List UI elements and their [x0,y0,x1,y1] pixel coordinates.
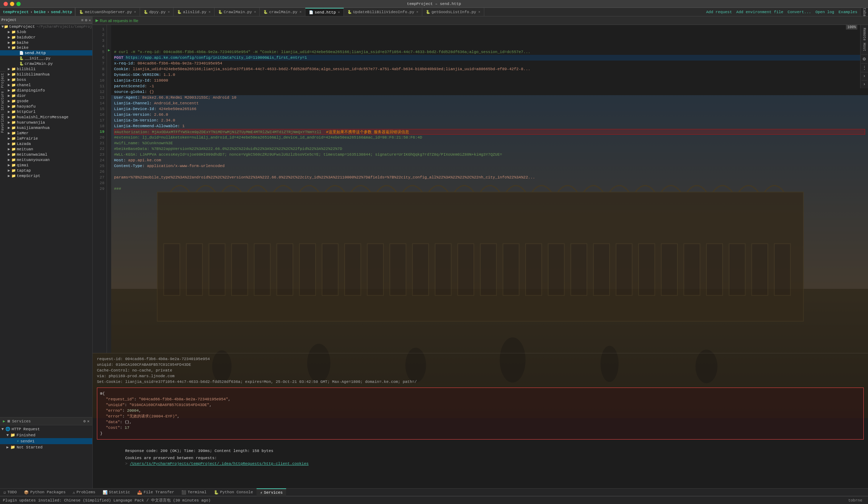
close-icon[interactable]: ✕ [478,10,480,14]
file-transfer-tab[interactable]: 📤 File Transfer [134,488,178,496]
statistic-tab[interactable]: 📊 Statistic [99,488,134,496]
tree-item-tempproject[interactable]: ▼ 📁 tempProject ~/PycharmProjects/tempPr… [0,24,92,29]
tree-item-meituanyouxuan[interactable]: ▶ 📁 meituanyouxuan [0,157,92,162]
right-chevron2-icon[interactable]: › [862,80,867,88]
tab-sendhttp[interactable]: 📄 send.http ✕ [305,8,344,16]
code-line-22: #beikeBaseData: %7B%22appVersion%22%3A%2… [114,146,865,152]
problems-tab[interactable]: ⚠ Problems [69,488,99,496]
tree-item-crawlmain[interactable]: ▶ 🐍 crawlMain.py [0,61,92,66]
minimize-button[interactable] [10,2,14,6]
add-environment-link[interactable]: Add environment file [736,10,783,14]
services-item-httprequest[interactable]: ▼ 🌐 HTTP Request [0,426,92,432]
tree-item-lazada[interactable]: ▶ 📁 Lazada [0,141,92,146]
add-request-link[interactable]: Add request [706,10,732,14]
tab-getgoodslistinfo[interactable]: 🐍 getGoodsListInfo.py ✕ [422,8,484,16]
line-num: 22 [93,146,104,152]
convert-link[interactable]: Convert... [787,10,811,14]
close-icon[interactable]: ✕ [338,10,340,14]
response-header-cache: Cache-Control: no-cache, private [97,368,864,373]
tree-item-kuaijianmanhua[interactable]: ▶ 📁 kuaijianmanhua [0,125,92,130]
services-item-notstarted[interactable]: ▶ 📁 Not Started [0,444,92,450]
tab-updatebilibili[interactable]: 🐍 UpdateBiliBiliVideoInfo.py ✕ [344,8,422,16]
tree-item-boss[interactable]: ▶ 📁 boss [0,77,92,82]
tree-item-lamer[interactable]: ▶ 📁 laMer [0,130,92,136]
tree-item-taptap[interactable]: ▶ 📁 taptap [0,168,92,173]
right-more-icon[interactable]: ⋮ [861,64,868,72]
terminal-tab[interactable]: ⬛ Terminal [178,488,210,496]
open-log-link[interactable]: Open log [815,10,834,14]
window-controls[interactable] [4,2,21,6]
tree-item-huarunwanjia[interactable]: ▶ 📁 huarunwanjia [0,120,92,125]
tree-item-baihe[interactable]: ▶ 📁 baihe [0,40,92,45]
json-cost: "cost": 17 [100,425,861,431]
python-packages-tab[interactable]: 📦 Python Packages [20,488,69,496]
tree-item-beike[interactable]: ▼ 📁 beike [0,45,92,50]
close-icon[interactable]: ✕ [168,10,170,14]
sidebar-collapse-icon[interactable]: ≡ [81,18,84,22]
services-stop-icon[interactable]: ⏹ [7,419,11,424]
tree-item-meituan[interactable]: ▶ 📁 meituan [0,146,92,152]
tree-label: haoyaofu [17,104,36,109]
services-run-icon[interactable]: ▶ [3,419,5,424]
code-line-14: Lianjia-Channel: Android_ke_tencentt [114,100,865,106]
breadcrumb-project[interactable]: tempProject › beike › send.http [0,8,75,16]
close-icon[interactable]: ✕ [300,10,301,14]
tree-label: taptap [17,168,31,173]
tree-item-hualaishl[interactable]: ▶ 📁 hualaishl_MicroMessage [0,114,92,120]
database-tab[interactable]: Database [860,8,868,16]
close-button[interactable] [4,2,8,6]
tab-alislid[interactable]: 🐍 alislid.py ✕ [174,8,214,16]
tree-item-bilibili[interactable]: ▶ 📁 bilibili [0,66,92,72]
tree-item-bilibilimanhua[interactable]: ▶ 📁 bilibilimanhua [0,72,92,77]
expand-arrow: ▶ [6,88,11,93]
tree-item-gsode[interactable]: ▶ 📁 gsode [0,98,92,104]
services-close-icon[interactable]: ✕ [87,419,89,424]
tree-item-sendhttp[interactable]: ▶ 📄 send.http [0,50,92,56]
sidebar-settings-icon[interactable]: ⚙ [85,18,87,22]
tree-item-tempscript[interactable]: ▶ 📁 tempScript [0,173,92,178]
response-panel: request-id: 004cad66-f3b6-4b0a-9e2a-7234… [93,353,868,488]
todo-tab[interactable]: ☑ TODO [0,488,20,496]
folder-icon: 📁 [11,88,16,93]
tab-crawlmain2[interactable]: 🐍 crawlMain.py ✕ [260,8,305,16]
run-all-button[interactable]: ▶ Run all requests in file [95,18,138,23]
tree-item-qimai[interactable]: ▶ 📁 qimai [0,162,92,168]
project-vertical-tab[interactable]: Project [0,71,5,89]
cookies-path-link[interactable]: /Users/ts/PycharmProjects/tempProject/.i… [130,462,309,466]
right-chevron-icon[interactable]: › [862,72,867,80]
tree-item-dianpinginfo[interactable]: ▶ 📁 dianpinginfo [0,88,92,93]
services-settings-icon[interactable]: ⚙ [83,419,86,424]
maximize-button[interactable] [16,2,21,6]
tree-item-init[interactable]: ▶ 🐍 __init__.py [0,56,92,61]
examples-link[interactable]: Examples [838,10,857,14]
tab-meituanshopserver[interactable]: 🐍 meituanShopServer.py ✕ [76,8,140,16]
close-icon[interactable]: ✕ [208,10,210,14]
tab-crawlmain1[interactable]: 🐍 CrawlMain.py ✕ [215,8,260,16]
expand-arrow: ▶ [6,120,11,125]
close-icon[interactable]: ✕ [254,10,256,14]
sidebar-close-icon[interactable]: ✕ [89,18,91,22]
tree-item-chanel[interactable]: ▶ 📁 chanel [0,82,92,88]
tree-label: __init__.py [25,56,51,61]
close-icon[interactable]: ✕ [134,10,136,14]
favorites-vertical-tab[interactable]: Favorites [0,112,5,134]
run-gutter-icon[interactable]: ▶ [107,48,111,53]
tree-item-dior[interactable]: ▶ 📁 dior [0,93,92,98]
tree-item-baiduocr[interactable]: ▶ 📁 baiduOcr [0,35,92,40]
python-console-tab[interactable]: 🐍 Python Console [210,488,257,496]
tree-item-laprairie[interactable]: ▶ 📁 laPrairie [0,136,92,141]
tab-dpyy[interactable]: 🐍 dpyy.py ✕ [140,8,174,16]
services-item-finished[interactable]: ▼ 📁 Finished [0,432,92,438]
right-settings-icon[interactable]: ⚙ [861,54,867,64]
close-icon[interactable]: ✕ [417,10,418,14]
code-text-area[interactable]: # curl -H "x-req-id: 004cad66-f3b6-4b0a-… [111,25,868,353]
services-tab-active[interactable]: ⚡ Services [257,488,286,496]
services-item-send1[interactable]: ▶ ⚡ send#1 [0,438,92,444]
editor-toolbar: ▶ Run all requests in file [93,16,868,25]
tree-item-haoyaofu[interactable]: ▶ 📁 haoyaofu [0,104,92,109]
tree-item-httpcurl[interactable]: ▶ 📁 httpCurl [0,109,92,114]
tree-item-5job[interactable]: ▶ 📁 5Job [0,29,92,35]
remote-host-tab[interactable]: Remote Host [861,25,867,54]
structure-vertical-tab[interactable]: Structure [0,89,5,112]
tree-item-meituanwaimal[interactable]: ▶ 📁 meituanwaimal [0,152,92,157]
